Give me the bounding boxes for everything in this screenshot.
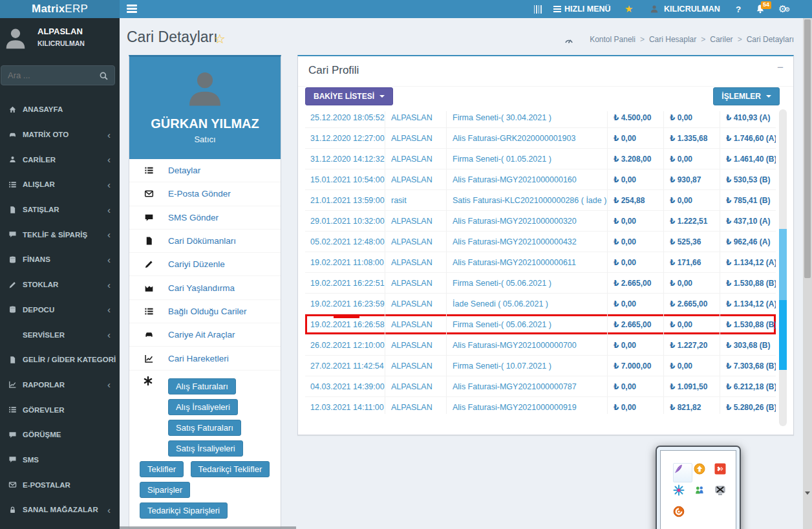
- table-scrollbar-thumb[interactable]: [779, 300, 787, 370]
- cell-credit: ₺ 0,00: [663, 356, 720, 376]
- table-row[interactable]: 12.03.2021 14:11:00 ALPASLAN Alis Fatura…: [305, 397, 776, 414]
- profile-menu-item[interactable]: Cari Hareketleri: [129, 347, 281, 370]
- transactions-table: 25.12.2020 18:05:52 ALPASLAN Firma Senet…: [305, 111, 776, 414]
- table-row[interactable]: 31.12.2020 12:27:00 ALPASLAN Alis Fatura…: [305, 128, 776, 149]
- table-row[interactable]: 26.02.2021 12:10:00 ALPASLAN Alis Fatura…: [305, 335, 776, 356]
- chevron-left-icon: ‹: [107, 205, 111, 215]
- sidebar-toggle-icon[interactable]: [127, 5, 137, 14]
- sidebar-search-input[interactable]: [1, 66, 114, 85]
- table-row[interactable]: 29.01.2021 10:32:00 ALPASLAN Alis Fatura…: [305, 211, 776, 232]
- help-button[interactable]: ?: [736, 0, 741, 18]
- profile-menu-item[interactable]: Detaylar: [129, 159, 281, 182]
- home-icon: [8, 105, 17, 114]
- red-diamond-app-icon[interactable]: [714, 463, 726, 475]
- cell-description: Alis Faturasi-MGY2021000000320: [446, 211, 607, 231]
- notifications-button[interactable]: 54: [755, 0, 765, 18]
- table-row[interactable]: 19.02.2021 11:08:00 ALPASLAN Alis Fatura…: [305, 252, 776, 273]
- snowflake-icon[interactable]: [673, 484, 685, 496]
- profile-menu-item[interactable]: Bağlı Olduğu Cariler: [129, 300, 281, 323]
- sidebar-item[interactable]: SERVİSLER ‹: [0, 322, 120, 347]
- breadcrumb-item[interactable]: Kontol Paneli: [585, 35, 636, 44]
- favorite-page-star-icon[interactable]: ☆: [214, 31, 226, 47]
- chevron-left-icon: ‹: [107, 130, 111, 140]
- table-row[interactable]: 05.02.2021 12:48:00 ALPASLAN Alis Fatura…: [305, 232, 776, 252]
- profile-action-button[interactable]: Teklifler: [140, 461, 184, 477]
- islemler-dropdown-button[interactable]: İŞLEMLER: [713, 87, 780, 105]
- quick-menu-button[interactable]: HIZLI MENÜ: [553, 0, 611, 18]
- breadcrumb-item[interactable]: > Cari Hesaplar: [640, 35, 696, 44]
- profile-action-button[interactable]: Siparişler: [140, 482, 190, 498]
- profile-action-button[interactable]: Tedarikçi Siparişleri: [140, 502, 228, 519]
- sidebar-item-label: GÖREVLER: [23, 406, 65, 414]
- profile-menu-label: Cariyi Düzenle: [168, 259, 225, 269]
- cell-balance: ₺ 530,53 (B): [720, 169, 776, 189]
- profile-menu-item[interactable]: Cari Yaşlandırma: [129, 276, 281, 299]
- profile-menu-item[interactable]: E-Posta Gönder: [129, 182, 281, 206]
- page-scrollbar-thumb[interactable]: [804, 19, 811, 278]
- table-row[interactable]: 19.02.2021 16:22:51 ALPASLAN Firma Senet…: [305, 273, 776, 294]
- breadcrumb-item[interactable]: > Cariler: [701, 35, 732, 44]
- chevron-left-icon: ‹: [107, 380, 111, 389]
- sidebar-item[interactable]: STOKLAR ‹: [0, 272, 120, 297]
- table-row[interactable]: 15.01.2021 10:54:00 ALPASLAN Alis Fatura…: [305, 169, 776, 190]
- profile-action-button[interactable]: Alış İrsaliyeleri: [168, 399, 238, 415]
- profile-menu: Detaylar E-Posta Gönder SMS Gönder Cari …: [129, 159, 281, 371]
- feather-icon[interactable]: [673, 463, 685, 475]
- search-icon[interactable]: [99, 71, 109, 81]
- sidebar-search: [1, 65, 115, 85]
- cell-date: 27.02.2021 11:42:54: [305, 356, 385, 376]
- sidebar-item[interactable]: GELİR / GİDER KATEGORİ: [0, 347, 120, 372]
- sidebar: ALPASLAN KILICRULMAN ANASAYFA MATRİX OTO…: [0, 18, 120, 529]
- sidebar-item[interactable]: E-POSTALAR: [0, 472, 120, 497]
- page-scrollbar-track[interactable]: [803, 18, 812, 529]
- buddies-icon[interactable]: [694, 484, 705, 496]
- profile-action-button[interactable]: Tedarikçi Teklifler: [191, 461, 270, 477]
- upload-circle-icon[interactable]: [694, 463, 705, 475]
- sidebar-item[interactable]: SANAL MAĞAZALAR ‹: [0, 497, 120, 523]
- sidebar-item[interactable]: SMS: [0, 448, 120, 473]
- table-row[interactable]: 25.12.2020 18:05:52 ALPASLAN Firma Senet…: [305, 111, 776, 128]
- cell-balance: ₺ 1.134,12 (A): [720, 294, 776, 314]
- sidebar-user-avatar: [1, 25, 30, 53]
- sidebar-item[interactable]: ANASAYFA: [0, 97, 120, 122]
- profile-action-button[interactable]: Satış Faturaları: [168, 420, 241, 436]
- settings-button[interactable]: ⚙⚙: [778, 0, 790, 18]
- sidebar-item[interactable]: GÖRÜŞME: [0, 422, 120, 448]
- table-row[interactable]: 19.02.2021 16:23:59 ALPASLAN İade Senedi…: [305, 294, 776, 314]
- table-row[interactable]: 21.01.2021 13:59:00 rasit Satis Faturasi…: [305, 190, 776, 211]
- table-scrollbar-thumb-light[interactable]: [779, 229, 787, 300]
- sidebar-item[interactable]: TEKLİF & SİPARİŞ ‹: [0, 222, 120, 247]
- table-row[interactable]: 19.02.2021 16:26:58 ALPASLAN Firma Senet…: [305, 314, 776, 335]
- sidebar-item[interactable]: ALIŞLAR ‹: [0, 172, 120, 197]
- guard-swirl-icon[interactable]: [673, 506, 685, 517]
- sidebar-item[interactable]: DEPOCU ‹: [0, 297, 120, 323]
- scroll-down-arrow-icon[interactable]: [805, 491, 810, 495]
- collapse-minus-icon[interactable]: −: [777, 61, 784, 74]
- favorites-star-icon[interactable]: ★: [625, 0, 633, 18]
- sidebar-item[interactable]: CARİLER ‹: [0, 147, 120, 172]
- user-menu[interactable]: KILICRULMAN: [649, 0, 720, 18]
- profile-menu-label: SMS Gönder: [168, 213, 219, 222]
- breadcrumb-item[interactable]: > Cari Detayları: [738, 35, 794, 44]
- table-row[interactable]: 31.12.2020 14:12:32 ALPASLAN Firma Senet…: [305, 149, 776, 169]
- app-logo[interactable]: MatrixERP: [0, 0, 120, 18]
- network-disabled-icon[interactable]: [714, 484, 726, 496]
- profile-menu-item[interactable]: Cariyi Düzenle: [129, 253, 281, 276]
- table-row[interactable]: 04.03.2021 14:39:00 ALPASLAN Alis Fatura…: [305, 376, 776, 397]
- table-row[interactable]: 27.02.2021 11:42:54 ALPASLAN Firma Senet…: [305, 356, 776, 376]
- barcode-icon[interactable]: [534, 5, 543, 14]
- sidebar-item[interactable]: SATIŞLAR ‹: [0, 197, 120, 222]
- sidebar-item[interactable]: FİNANS ‹: [0, 247, 120, 272]
- cell-balance: ₺ 1.134,12 (A): [720, 252, 776, 272]
- table-scrollbar-track[interactable]: [779, 109, 787, 426]
- sidebar-item[interactable]: RAPORLAR ‹: [0, 372, 120, 398]
- balance-list-dropdown-button[interactable]: BAKİYE LİSTESİ: [305, 87, 393, 105]
- profile-menu-item[interactable]: Cariye Ait Araçlar: [129, 323, 281, 347]
- breadcrumb-separator: >: [738, 35, 742, 44]
- profile-action-button[interactable]: Satış İrsaliyeleri: [168, 440, 243, 457]
- sidebar-item[interactable]: MATRİX OTO ‹: [0, 122, 120, 147]
- sidebar-item[interactable]: GÖREVLER: [0, 397, 120, 422]
- profile-menu-item[interactable]: Cari Dökümanları: [129, 230, 281, 253]
- profile-menu-item[interactable]: SMS Gönder: [129, 206, 281, 230]
- profile-action-button[interactable]: Alış Faturaları: [168, 378, 236, 394]
